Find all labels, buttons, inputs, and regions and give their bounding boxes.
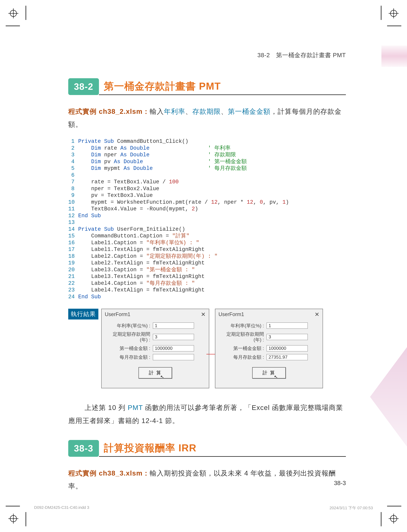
line-number: 1 [68,138,78,145]
line-number: 19 [68,260,78,266]
code-line: 7 rate = TextBox1.Value / 100 [68,179,346,185]
cursor-icon: ↖ [274,374,279,380]
line-number: 8 [68,185,78,192]
label-target: 第一桶金金額 : [107,346,153,351]
input-target[interactable] [266,345,308,351]
code-line: 12End Sub [68,212,346,219]
line-number: 16 [68,239,78,246]
code-line: 20 Label3.Caption = "第一桶金金額 : " [68,266,346,273]
label-period: 定期定額存款期間(年) : [107,331,153,342]
userform-after: UserForm1 ✕ 年利率(單位%) : 定期定額存款期間(年) : 第一桶… [215,309,323,388]
line-number: 9 [68,192,78,199]
line-number: 14 [68,226,78,233]
line-number: 7 [68,179,78,185]
section-38-3-heading: 38-3 計算投資報酬率 IRR [68,440,346,457]
section-38-2-heading: 38-2 第一桶金存款計畫書 PMT [68,78,346,95]
line-number: 21 [68,273,78,280]
section-title-38-3: 計算投資報酬率 IRR [99,440,346,457]
input-period[interactable] [153,334,194,340]
label-target: 第一桶金金額 : [221,346,266,351]
code-line: 8 nper = TextBox2.Value [68,185,346,192]
line-number: 20 [68,266,78,273]
indd-timestamp: 2024/3/11 下午 07:00:53 [329,505,373,511]
code-line: 21 Label3.TextAlign = fmTextAlignRight [68,273,346,280]
line-number: 5 [68,165,78,172]
intro-38-3: 程式實例 ch38_3.xlsm：輸入期初投資金額，以及未來 4 年收益，最後列… [68,467,346,492]
code-line: 18 Label2.Caption = "定期定額存款期間(年) : " [68,253,346,260]
code-line: 16 Label1.Caption = "年利率(單位%) : " [68,239,346,246]
result-row: 執行結果 UserForm1 ✕ 年利率(單位%) : 定期定額存款期間(年) … [68,309,346,388]
page-number: 38-3 [334,480,346,486]
code-line: 24End Sub [68,294,346,300]
code-line: 11 TextBox4.Value = -Round(mypmt, 2) [68,206,346,212]
section-badge-38-2: 38-2 [68,78,99,95]
code-line: 4 Dim pv As Double ' 第一桶金金額 [68,158,346,165]
code-line: 19 Label2.TextAlign = fmTextAlignRight [68,260,346,266]
line-number: 13 [68,219,78,226]
code-line: 15 CommandButton1.Caption = "計算" [68,233,346,239]
userform-title: UserForm1 [219,311,244,317]
line-number: 22 [68,280,78,287]
line-number: 23 [68,287,78,294]
code-line: 17 Label1.TextAlign = fmTextAlignRight [68,246,346,253]
userform-title: UserForm1 [105,311,130,317]
indesign-slug: D092-DM2425-C31-C40.indd 3 2024/3/11 下午 … [34,505,373,511]
code-line: 14Private Sub UserForm_Initialize() [68,226,346,233]
userform-titlebar: UserForm1 ✕ [102,309,209,320]
line-number: 3 [68,151,78,158]
input-monthly[interactable] [266,354,308,360]
code-line: 10 mypmt = WorksheetFunction.pmt(rate / … [68,199,346,206]
code-line: 23 Label4.TextAlign = fmTextAlignRight [68,287,346,294]
result-badge: 執行結果 [68,309,98,319]
calculate-button[interactable]: 計 算 ↖ [139,367,172,379]
line-number: 4 [68,158,78,165]
close-icon[interactable]: ✕ [201,311,206,318]
code-line: 9 pv = TextBox3.Value [68,192,346,199]
code-line: 2 Dim rate As Double ' 年利率 [68,145,346,152]
indd-filename: D092-DM2425-C31-C40.indd 3 [34,505,89,511]
input-rate[interactable] [153,322,194,329]
cursor-icon: ↖ [160,374,165,380]
label-rate: 年利率(單位%) : [221,323,266,329]
userform-before: UserForm1 ✕ 年利率(單位%) : 定期定額存款期間(年) : 第一桶… [101,309,209,388]
code-line: 1Private Sub CommandButton1_Click() [68,138,346,145]
program-filename: 程式實例 ch38_2.xlsm： [68,108,150,115]
line-number: 18 [68,253,78,260]
intro-38-2: 程式實例 ch38_2.xlsm：輸入年利率、存款期限、第一桶金金額，計算每個月… [68,105,346,131]
line-number: 17 [68,246,78,253]
calculate-button[interactable]: 計 算 ↖ [252,367,286,379]
code-line: 3 Dim nper As Double ' 存款期限 [68,151,346,158]
code-line: 5 Dim mypmt As Double ' 每月存款金額 [68,165,346,172]
line-number: 15 [68,233,78,239]
input-monthly[interactable] [153,354,194,360]
line-number: 24 [68,294,78,300]
userform-titlebar: UserForm1 ✕ [215,309,322,320]
label-monthly: 每月存款金額 : [107,354,153,360]
code-line: 13 [68,219,346,226]
running-head: 38-2 第一桶金存款計畫書 PMT [258,51,346,59]
line-number: 6 [68,172,78,179]
code-line: 22 Label4.Caption = "每月存款金額 : " [68,280,346,287]
line-number: 12 [68,212,78,219]
paragraph-pmt-note: 上述第 10 列 PMT 函數的用法可以參考筆者所著，「Excel 函數庫最完整… [68,401,346,427]
input-target[interactable] [153,345,194,351]
section-badge-38-3: 38-3 [68,440,99,457]
input-rate[interactable] [266,322,308,329]
label-monthly: 每月存款金額 : [221,354,266,360]
input-period[interactable] [266,334,308,340]
label-rate: 年利率(單位%) : [107,323,153,329]
section-title-38-2: 第一桶金存款計畫書 PMT [99,78,346,95]
line-number: 2 [68,145,78,152]
line-number: 11 [68,206,78,212]
label-period: 定期定額存款期間(年) : [221,331,266,342]
close-icon[interactable]: ✕ [315,311,320,318]
program-filename: 程式實例 ch38_3.xlsm： [68,469,150,477]
userform-pair: UserForm1 ✕ 年利率(單位%) : 定期定額存款期間(年) : 第一桶… [101,309,323,388]
code-listing-38-2: 1Private Sub CommandButton1_Click()2 Dim… [68,138,346,300]
page-content: 38-2 第一桶金存款計畫書 PMT 38-2 第一桶金存款計畫書 PMT 程式… [0,0,407,532]
line-number: 10 [68,199,78,206]
code-line: 6 [68,172,346,179]
